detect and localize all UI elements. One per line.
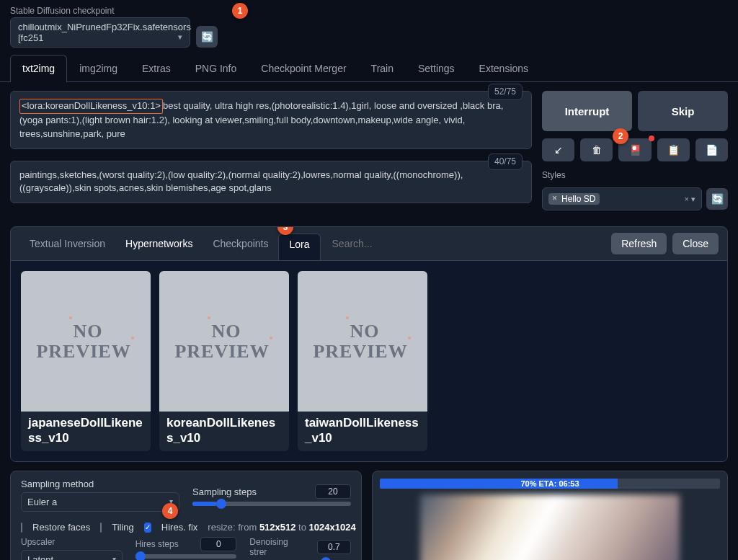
prompt-counter: 52/75 bbox=[488, 84, 523, 100]
extab-textual-inversion[interactable]: Textual Inversion bbox=[19, 234, 115, 254]
apply-style-button[interactable]: 🔄 bbox=[706, 188, 728, 210]
styles-select[interactable]: Hello SD × ▾ bbox=[542, 187, 702, 210]
restore-faces-checkbox[interactable] bbox=[21, 523, 22, 533]
tiling-checkbox[interactable] bbox=[100, 523, 102, 533]
negative-prompt-text: paintings,sketches,(worst quality:2),(lo… bbox=[19, 169, 463, 194]
style-chip[interactable]: Hello SD bbox=[548, 193, 600, 205]
extab-lora[interactable]: Lora bbox=[278, 234, 320, 260]
denoise-value[interactable]: 0.7 bbox=[317, 540, 351, 554]
extab-hypernetworks[interactable]: Hypernetworks bbox=[115, 234, 203, 254]
upscaler-label: Upscaler bbox=[21, 537, 123, 547]
sampling-method-select[interactable]: Euler a bbox=[21, 492, 179, 512]
sampling-steps-value[interactable]: 20 bbox=[315, 484, 351, 499]
interrupt-button[interactable]: Interrupt bbox=[542, 91, 632, 131]
progress-bar: 70% ETA: 06:53 bbox=[380, 479, 720, 489]
refresh-extras-button[interactable]: Refresh bbox=[611, 233, 667, 254]
tab-extensions[interactable]: Extensions bbox=[467, 55, 541, 81]
clipboard-icon[interactable]: 📋 bbox=[657, 138, 690, 161]
annotation-1: 1 bbox=[232, 3, 248, 19]
tab-img2img[interactable]: img2img bbox=[67, 55, 130, 81]
hires-fix-checkbox[interactable]: ✓ bbox=[144, 523, 151, 533]
preview-image bbox=[420, 494, 680, 560]
negative-prompt-counter: 40/75 bbox=[488, 154, 523, 170]
hires-steps-label: Hires steps bbox=[135, 539, 179, 549]
lora-card[interactable]: NOPREVIEWjapaneseDollLikeness_v10 bbox=[21, 271, 151, 451]
checkpoint-select[interactable]: chilloutmix_NiPrunedFp32Fix.safetensors … bbox=[10, 17, 190, 48]
skip-button[interactable]: Skip bbox=[638, 91, 728, 131]
prompt-textbox[interactable]: 52/75 <lora:koreanDollLikeness_v10:1>bes… bbox=[10, 91, 532, 149]
checkpoint-label: Stable Diffusion checkpoint bbox=[10, 6, 190, 16]
tab-txt2img[interactable]: txt2img bbox=[10, 55, 67, 82]
extab-checkpoints[interactable]: Checkpoints bbox=[203, 234, 278, 254]
generation-settings-panel: Sampling method Euler a Sampling steps20… bbox=[10, 471, 362, 560]
main-tabs: txt2img img2img Extras PNG Info Checkpoi… bbox=[0, 55, 738, 82]
extra-networks-panel: 3 Textual Inversion Hypernetworks Checkp… bbox=[10, 226, 728, 462]
close-extras-button[interactable]: Close bbox=[672, 233, 719, 254]
upscaler-select[interactable]: Latent bbox=[21, 550, 123, 560]
tab-png-info[interactable]: PNG Info bbox=[183, 55, 249, 81]
tab-train[interactable]: Train bbox=[359, 55, 406, 81]
file-icon[interactable]: 📄 bbox=[695, 138, 728, 161]
refresh-checkpoint-button[interactable]: 🔄 bbox=[196, 26, 218, 48]
hires-resize-info: resize: from 512x512 to 1024x1024 bbox=[208, 522, 355, 533]
denoise-label: Denoising strer bbox=[249, 537, 303, 557]
negative-prompt-textbox[interactable]: 40/75 paintings,sketches,(worst quality:… bbox=[10, 161, 532, 204]
extra-search-input[interactable] bbox=[331, 237, 606, 250]
tab-extras[interactable]: Extras bbox=[130, 55, 183, 81]
extra-networks-icon[interactable]: 🎴 bbox=[618, 138, 651, 161]
styles-label: Styles bbox=[542, 170, 728, 180]
sampling-steps-slider[interactable] bbox=[192, 502, 351, 506]
lora-card[interactable]: NOPREVIEWtaiwanDollLikeness_v10 bbox=[298, 271, 427, 451]
tab-settings[interactable]: Settings bbox=[406, 55, 467, 81]
trash-icon[interactable]: 🗑 bbox=[580, 138, 613, 161]
sampling-steps-label: Sampling steps bbox=[192, 486, 257, 497]
lora-card[interactable]: NOPREVIEWkoreanDollLikeness_v10 bbox=[159, 271, 289, 451]
hires-steps-value[interactable]: 0 bbox=[200, 537, 236, 551]
arrow-icon[interactable]: ↙ bbox=[542, 138, 574, 161]
sampling-method-label: Sampling method bbox=[21, 479, 179, 489]
hires-steps-slider[interactable] bbox=[135, 554, 237, 559]
output-panel: 70% ETA: 06:53 bbox=[372, 471, 728, 560]
tab-checkpoint-merger[interactable]: Checkpoint Merger bbox=[249, 55, 358, 81]
prompt-lora-tag: <lora:koreanDollLikeness_v10:1> bbox=[19, 99, 163, 114]
progress-text: 70% ETA: 06:53 bbox=[380, 479, 720, 489]
